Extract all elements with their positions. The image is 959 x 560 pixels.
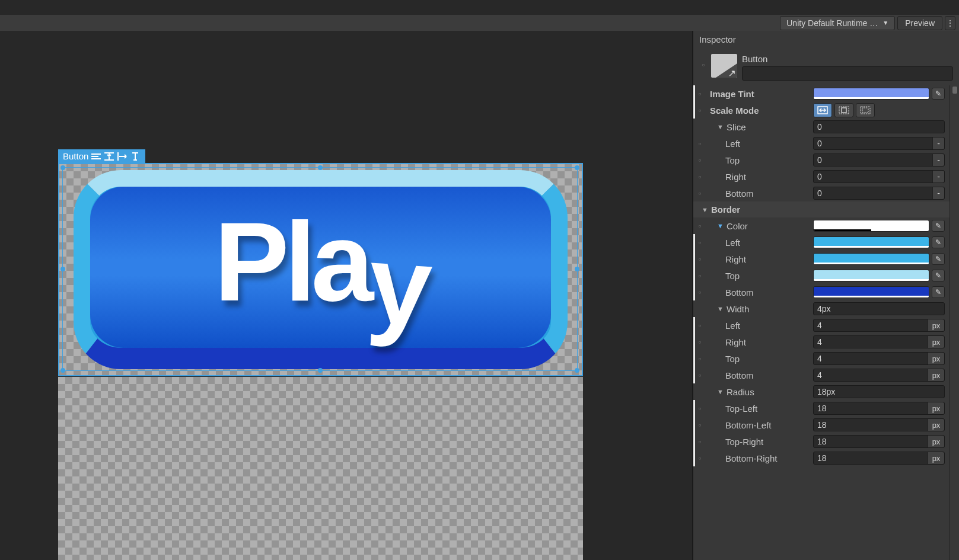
slice-right-input[interactable]: 0- (813, 170, 945, 183)
prop-slice-top: ○ Top 0- (693, 152, 950, 168)
more-icon: ⋮ (946, 18, 954, 28)
foldout-color[interactable]: ▼ (717, 222, 725, 229)
prop-label-radius-tr: Top-Right (706, 437, 813, 447)
preview-button[interactable]: Preview (897, 16, 942, 30)
prop-border-color-left: ○ Left ✎ (693, 234, 950, 251)
prop-label-border-right: Right (706, 254, 813, 264)
width-bottom-input[interactable]: 4px (813, 369, 945, 382)
foldout-radius[interactable]: ▼ (717, 388, 725, 395)
eyedropper-icon[interactable]: ✎ (932, 286, 945, 298)
runtime-dropdown[interactable]: Unity Default Runtime … ▼ (780, 16, 895, 30)
radius-bl-input[interactable]: 18px (813, 418, 945, 431)
prop-label-width: Width (727, 304, 749, 314)
text-cursor-icon[interactable] (130, 152, 141, 161)
width-input[interactable]: 4px (813, 302, 945, 315)
prop-slice-bottom: ○ Bottom 0- (693, 185, 950, 201)
prop-label-slice-left: Left (706, 139, 813, 149)
prop-border-radius: ▼Radius 18px (693, 383, 950, 400)
radius-input[interactable]: 18px (813, 385, 945, 398)
border-bottom-color-swatch[interactable] (813, 286, 929, 298)
eyedropper-icon[interactable]: ✎ (932, 236, 945, 248)
border-right-color-swatch[interactable] (813, 253, 929, 265)
eyedropper-icon[interactable]: ✎ (932, 270, 945, 281)
prop-label-slice-top: Top (706, 155, 813, 165)
scale-mode-fit[interactable] (834, 103, 853, 117)
prop-border-header: ▼Border (693, 201, 950, 217)
slice-value-input[interactable]: 0 (813, 120, 945, 133)
border-top-color-swatch[interactable] (813, 270, 929, 281)
slice-bottom-input[interactable]: 0- (813, 187, 945, 200)
prop-label-border-bottom: Bottom (706, 287, 813, 297)
prop-label-border: Border (711, 204, 740, 215)
prop-label-width-bottom: Bottom (706, 370, 813, 380)
prop-label-image-tint: Image Tint (706, 89, 813, 99)
width-right-input[interactable]: 4px (813, 335, 945, 348)
prop-border-color-bottom: ○ Bottom ✎ (693, 284, 950, 300)
prop-image-tint: ○ Image Tint ✎ (693, 85, 950, 102)
prop-label-radius-bl: Bottom-Left (706, 420, 813, 430)
scale-mode-crop[interactable] (856, 103, 875, 117)
foldout-border[interactable]: ▼ (702, 206, 710, 213)
prop-border-color: ○ ▼Color ✎ (693, 217, 950, 234)
selection-outline[interactable]: Play (58, 163, 583, 376)
radius-tr-input[interactable]: 18px (813, 435, 945, 448)
image-tint-color-swatch[interactable] (813, 88, 929, 100)
eyedropper-icon[interactable]: ✎ (932, 220, 945, 232)
scale-mode-buttons (813, 103, 875, 117)
radius-tl-input[interactable]: 18px (813, 402, 945, 415)
prop-label-border-top: Top (706, 271, 813, 281)
canvas-area[interactable]: Button Play (0, 31, 692, 560)
prop-border-color-right: ○ Right ✎ (693, 251, 950, 267)
prop-width-top: ○ Top 4px (693, 350, 950, 367)
chevron-down-icon: ▼ (882, 20, 888, 26)
prop-label-slice: Slice (727, 122, 746, 132)
prop-slice: ▼Slice 0 (693, 119, 950, 135)
foldout-slice[interactable]: ▼ (717, 123, 725, 130)
border-left-color-swatch[interactable] (813, 236, 929, 248)
width-left-input[interactable]: 4px (813, 319, 945, 332)
prop-label-width-left: Left (706, 321, 813, 331)
prop-label-width-top: Top (706, 354, 813, 364)
toolbar: Unity Default Runtime … ▼ Preview ⋮ (0, 15, 959, 31)
header-bullet[interactable]: ○ (700, 54, 706, 68)
svg-rect-19 (842, 108, 846, 113)
eyedropper-icon[interactable]: ✎ (932, 253, 945, 265)
scale-mode-stretch[interactable] (813, 103, 832, 117)
prop-slice-right: ○ Right 0- (693, 168, 950, 185)
play-button-visual: Play (74, 170, 568, 369)
align-left-icon[interactable] (91, 152, 101, 161)
preview-button-label: Preview (905, 18, 935, 28)
element-type-icon[interactable] (711, 54, 737, 78)
prop-radius-bl: ○ Bottom-Left 18px (693, 417, 950, 433)
prop-width-bottom: ○ Bottom 4px (693, 367, 950, 383)
element-name-input[interactable] (742, 66, 953, 81)
top-bar (0, 0, 959, 15)
inspector-body: ○ Image Tint ✎ ○ Scale Mode (693, 85, 950, 560)
prop-scale-mode: ○ Scale Mode (693, 102, 950, 119)
align-vertical-icon[interactable] (104, 152, 114, 161)
runtime-dropdown-label: Unity Default Runtime … (786, 18, 878, 28)
element-tag[interactable]: Button (58, 149, 145, 163)
prop-label-scale-mode: Scale Mode (706, 105, 813, 116)
prop-label-radius-tl: Top-Left (706, 404, 813, 414)
slice-top-input[interactable]: 0- (813, 153, 945, 167)
play-button-text: Play (214, 197, 427, 326)
inspector-panel: Inspector ○ Button ○ Image Tint ✎ ○ (692, 31, 959, 560)
more-menu-button[interactable]: ⋮ (945, 16, 955, 30)
prop-bullet[interactable]: ○ (693, 91, 706, 97)
prop-border-color-top: ○ Top ✎ (693, 267, 950, 284)
element-tag-label: Button (63, 151, 88, 161)
prop-label-slice-right: Right (706, 172, 813, 182)
foldout-width[interactable]: ▼ (717, 305, 725, 312)
radius-br-input[interactable]: 18px (813, 452, 945, 465)
inspector-scrollbar[interactable] (950, 85, 959, 560)
prop-label-border-left: Left (706, 238, 813, 248)
prop-radius-br: ○ Bottom-Right 18px (693, 450, 950, 466)
slice-left-input[interactable]: 0- (813, 137, 945, 150)
align-horizontal-icon[interactable] (117, 152, 128, 161)
eyedropper-icon[interactable]: ✎ (932, 88, 945, 100)
width-top-input[interactable]: 4px (813, 352, 945, 365)
border-color-swatch[interactable] (813, 220, 929, 232)
inspector-header: ○ Button (693, 48, 959, 85)
prop-bullet[interactable]: ○ (693, 108, 706, 113)
